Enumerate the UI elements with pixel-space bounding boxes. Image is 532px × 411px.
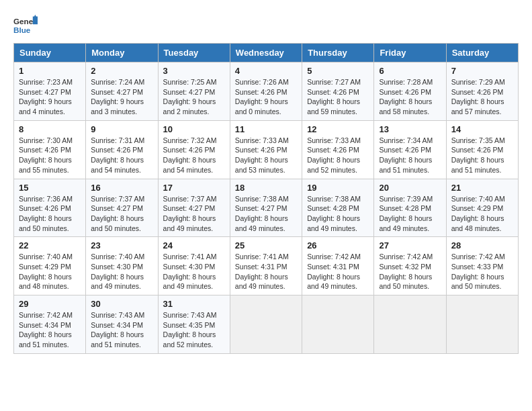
day-number: 19 bbox=[307, 183, 369, 193]
week-row-2: 8Sunrise: 7:30 AMSunset: 4:26 PMDaylight… bbox=[14, 120, 519, 179]
calendar-cell: 26Sunrise: 7:42 AMSunset: 4:31 PMDayligh… bbox=[302, 237, 374, 295]
day-info: Sunrise: 7:40 AMSunset: 4:29 PMDaylight:… bbox=[451, 194, 513, 234]
day-info: Sunrise: 7:37 AMSunset: 4:27 PMDaylight:… bbox=[163, 194, 225, 234]
week-row-4: 22Sunrise: 7:40 AMSunset: 4:29 PMDayligh… bbox=[14, 237, 519, 295]
calendar-cell: 27Sunrise: 7:42 AMSunset: 4:32 PMDayligh… bbox=[374, 237, 446, 295]
calendar-cell bbox=[230, 295, 302, 354]
day-info: Sunrise: 7:26 AMSunset: 4:26 PMDaylight:… bbox=[235, 77, 297, 117]
day-number: 29 bbox=[19, 299, 81, 309]
day-info: Sunrise: 7:38 AMSunset: 4:28 PMDaylight:… bbox=[307, 194, 369, 234]
calendar-cell bbox=[374, 295, 446, 354]
day-number: 26 bbox=[307, 240, 369, 250]
day-info: Sunrise: 7:43 AMSunset: 4:35 PMDaylight:… bbox=[163, 310, 225, 350]
calendar-cell: 7Sunrise: 7:29 AMSunset: 4:26 PMDaylight… bbox=[446, 62, 518, 121]
day-number: 30 bbox=[91, 299, 152, 309]
calendar-cell: 25Sunrise: 7:41 AMSunset: 4:31 PMDayligh… bbox=[230, 237, 302, 295]
day-info: Sunrise: 7:23 AMSunset: 4:27 PMDaylight:… bbox=[19, 77, 81, 117]
col-header-thursday: Thursday bbox=[302, 44, 374, 62]
calendar-cell: 23Sunrise: 7:40 AMSunset: 4:30 PMDayligh… bbox=[86, 237, 158, 295]
calendar-cell: 1Sunrise: 7:23 AMSunset: 4:27 PMDaylight… bbox=[14, 62, 86, 121]
day-info: Sunrise: 7:33 AMSunset: 4:26 PMDaylight:… bbox=[235, 136, 297, 175]
calendar-table: SundayMondayTuesdayWednesdayThursdayFrid… bbox=[13, 43, 519, 354]
calendar-cell: 3Sunrise: 7:25 AMSunset: 4:27 PMDaylight… bbox=[158, 62, 230, 121]
day-info: Sunrise: 7:43 AMSunset: 4:34 PMDaylight:… bbox=[91, 310, 152, 350]
calendar-cell bbox=[302, 295, 374, 354]
day-number: 18 bbox=[235, 183, 297, 193]
calendar-cell: 6Sunrise: 7:28 AMSunset: 4:26 PMDaylight… bbox=[374, 62, 446, 121]
day-number: 9 bbox=[91, 124, 152, 134]
calendar-cell: 14Sunrise: 7:35 AMSunset: 4:26 PMDayligh… bbox=[446, 120, 518, 179]
calendar-cell: 16Sunrise: 7:37 AMSunset: 4:27 PMDayligh… bbox=[86, 179, 158, 237]
svg-text:Blue: Blue bbox=[13, 26, 31, 34]
day-info: Sunrise: 7:32 AMSunset: 4:26 PMDaylight:… bbox=[163, 136, 225, 175]
day-info: Sunrise: 7:36 AMSunset: 4:26 PMDaylight:… bbox=[19, 194, 81, 234]
day-number: 13 bbox=[379, 124, 441, 134]
week-row-5: 29Sunrise: 7:42 AMSunset: 4:34 PMDayligh… bbox=[14, 295, 519, 354]
col-header-monday: Monday bbox=[86, 44, 158, 62]
col-header-tuesday: Tuesday bbox=[158, 44, 230, 62]
calendar-cell: 10Sunrise: 7:32 AMSunset: 4:26 PMDayligh… bbox=[158, 120, 230, 179]
day-info: Sunrise: 7:24 AMSunset: 4:27 PMDaylight:… bbox=[91, 77, 152, 117]
calendar-cell: 18Sunrise: 7:38 AMSunset: 4:27 PMDayligh… bbox=[230, 179, 302, 237]
day-info: Sunrise: 7:35 AMSunset: 4:26 PMDaylight:… bbox=[451, 136, 513, 175]
calendar-cell: 13Sunrise: 7:34 AMSunset: 4:26 PMDayligh… bbox=[374, 120, 446, 179]
day-number: 20 bbox=[379, 183, 441, 193]
day-number: 15 bbox=[19, 183, 81, 193]
calendar-cell: 30Sunrise: 7:43 AMSunset: 4:34 PMDayligh… bbox=[86, 295, 158, 354]
day-info: Sunrise: 7:41 AMSunset: 4:31 PMDaylight:… bbox=[235, 252, 297, 291]
calendar-cell: 17Sunrise: 7:37 AMSunset: 4:27 PMDayligh… bbox=[158, 179, 230, 237]
day-info: Sunrise: 7:39 AMSunset: 4:28 PMDaylight:… bbox=[379, 194, 441, 234]
day-number: 3 bbox=[163, 66, 225, 76]
col-header-saturday: Saturday bbox=[446, 44, 518, 62]
day-info: Sunrise: 7:33 AMSunset: 4:26 PMDaylight:… bbox=[307, 136, 369, 175]
calendar-cell: 20Sunrise: 7:39 AMSunset: 4:28 PMDayligh… bbox=[374, 179, 446, 237]
day-info: Sunrise: 7:42 AMSunset: 4:31 PMDaylight:… bbox=[307, 252, 369, 291]
day-info: Sunrise: 7:31 AMSunset: 4:26 PMDaylight:… bbox=[91, 136, 152, 175]
day-info: Sunrise: 7:41 AMSunset: 4:30 PMDaylight:… bbox=[163, 252, 225, 291]
day-number: 4 bbox=[235, 66, 297, 76]
day-number: 2 bbox=[91, 66, 152, 76]
day-info: Sunrise: 7:42 AMSunset: 4:34 PMDaylight:… bbox=[19, 310, 81, 350]
day-number: 23 bbox=[91, 240, 152, 250]
day-info: Sunrise: 7:25 AMSunset: 4:27 PMDaylight:… bbox=[163, 77, 225, 117]
day-info: Sunrise: 7:37 AMSunset: 4:27 PMDaylight:… bbox=[91, 194, 152, 234]
day-info: Sunrise: 7:42 AMSunset: 4:32 PMDaylight:… bbox=[379, 252, 441, 291]
calendar-cell: 22Sunrise: 7:40 AMSunset: 4:29 PMDayligh… bbox=[14, 237, 86, 295]
day-number: 10 bbox=[163, 124, 225, 134]
day-info: Sunrise: 7:34 AMSunset: 4:26 PMDaylight:… bbox=[379, 136, 441, 175]
day-info: Sunrise: 7:40 AMSunset: 4:29 PMDaylight:… bbox=[19, 252, 81, 291]
calendar-cell: 31Sunrise: 7:43 AMSunset: 4:35 PMDayligh… bbox=[158, 295, 230, 354]
day-info: Sunrise: 7:27 AMSunset: 4:26 PMDaylight:… bbox=[307, 77, 369, 117]
day-number: 27 bbox=[379, 240, 441, 250]
day-number: 28 bbox=[451, 240, 513, 250]
day-number: 8 bbox=[19, 124, 81, 134]
day-info: Sunrise: 7:30 AMSunset: 4:26 PMDaylight:… bbox=[19, 136, 81, 175]
day-number: 11 bbox=[235, 124, 297, 134]
col-header-friday: Friday bbox=[374, 44, 446, 62]
day-number: 17 bbox=[163, 183, 225, 193]
week-row-1: 1Sunrise: 7:23 AMSunset: 4:27 PMDaylight… bbox=[14, 62, 519, 121]
day-number: 16 bbox=[91, 183, 152, 193]
calendar-cell: 24Sunrise: 7:41 AMSunset: 4:30 PMDayligh… bbox=[158, 237, 230, 295]
day-number: 25 bbox=[235, 240, 297, 250]
calendar-cell: 4Sunrise: 7:26 AMSunset: 4:26 PMDaylight… bbox=[230, 62, 302, 121]
calendar-cell: 21Sunrise: 7:40 AMSunset: 4:29 PMDayligh… bbox=[446, 179, 518, 237]
day-info: Sunrise: 7:28 AMSunset: 4:26 PMDaylight:… bbox=[379, 77, 441, 117]
day-info: Sunrise: 7:38 AMSunset: 4:27 PMDaylight:… bbox=[235, 194, 297, 234]
day-number: 7 bbox=[451, 66, 513, 76]
calendar-cell: 2Sunrise: 7:24 AMSunset: 4:27 PMDaylight… bbox=[86, 62, 158, 121]
calendar-cell: 19Sunrise: 7:38 AMSunset: 4:28 PMDayligh… bbox=[302, 179, 374, 237]
day-info: Sunrise: 7:40 AMSunset: 4:30 PMDaylight:… bbox=[91, 252, 152, 291]
page-header: General Blue bbox=[13, 13, 519, 38]
day-number: 6 bbox=[379, 66, 441, 76]
calendar-cell: 12Sunrise: 7:33 AMSunset: 4:26 PMDayligh… bbox=[302, 120, 374, 179]
day-info: Sunrise: 7:29 AMSunset: 4:26 PMDaylight:… bbox=[451, 77, 513, 117]
day-info: Sunrise: 7:42 AMSunset: 4:33 PMDaylight:… bbox=[451, 252, 513, 291]
day-number: 1 bbox=[19, 66, 81, 76]
day-number: 5 bbox=[307, 66, 369, 76]
day-number: 22 bbox=[19, 240, 81, 250]
col-header-wednesday: Wednesday bbox=[230, 44, 302, 62]
day-number: 14 bbox=[451, 124, 513, 134]
day-number: 24 bbox=[163, 240, 225, 250]
logo-icon: General Blue bbox=[13, 13, 38, 38]
